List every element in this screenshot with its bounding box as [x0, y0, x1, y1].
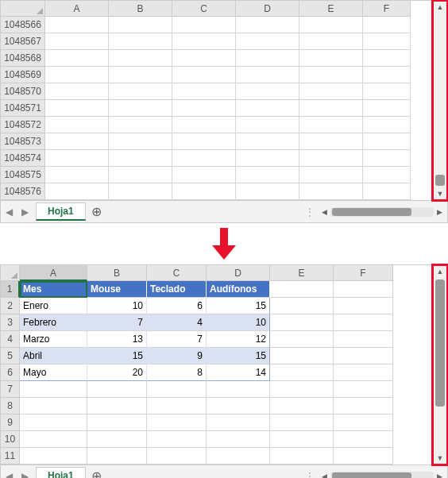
- row-header[interactable]: 5: [1, 348, 20, 364]
- cell[interactable]: 14: [207, 364, 270, 381]
- column-header-B[interactable]: B: [87, 265, 147, 281]
- cell[interactable]: [109, 133, 172, 150]
- row-header[interactable]: 10: [1, 431, 20, 448]
- row-header[interactable]: 1048567: [1, 33, 45, 50]
- cell[interactable]: 4: [147, 314, 207, 331]
- cell[interactable]: [87, 381, 147, 398]
- cell[interactable]: 7: [147, 331, 207, 348]
- hscroll-left-button[interactable]: ◀: [320, 208, 329, 216]
- cell[interactable]: [299, 133, 363, 150]
- horizontal-scrollbar[interactable]: ⋮ ◀ ▶: [108, 471, 447, 479]
- cell[interactable]: [87, 398, 147, 414]
- cell[interactable]: [45, 150, 109, 167]
- column-header-A[interactable]: A: [20, 265, 87, 281]
- cell[interactable]: [363, 133, 411, 150]
- column-header-B[interactable]: B: [109, 1, 172, 17]
- row-header[interactable]: 3: [1, 314, 20, 331]
- cell[interactable]: [45, 100, 109, 117]
- cell[interactable]: 10: [87, 298, 147, 314]
- cell[interactable]: [236, 183, 299, 200]
- scroll-up-button[interactable]: ▲: [433, 265, 447, 278]
- cell[interactable]: [334, 281, 393, 298]
- scroll-track[interactable]: [433, 13, 447, 187]
- hscroll-thumb[interactable]: [332, 208, 411, 216]
- grid-bottom[interactable]: ABCDEF 1MesMouseTecladoAudífonos2Enero10…: [1, 265, 433, 465]
- tab-nav-next[interactable]: ▶: [17, 206, 33, 218]
- cell[interactable]: [270, 298, 334, 314]
- cell[interactable]: [334, 298, 393, 314]
- vertical-scrollbar[interactable]: ▲ ▼: [433, 1, 447, 200]
- cell[interactable]: [207, 398, 270, 414]
- cell[interactable]: [45, 50, 109, 67]
- row-header[interactable]: 1048568: [1, 50, 45, 67]
- cell[interactable]: 8: [147, 364, 207, 381]
- cell[interactable]: [172, 17, 236, 33]
- cell[interactable]: [109, 150, 172, 167]
- hscroll-left-button[interactable]: ◀: [320, 472, 329, 479]
- cell[interactable]: [172, 167, 236, 183]
- table-header-cell[interactable]: Teclado: [147, 281, 207, 298]
- cell[interactable]: [20, 448, 87, 465]
- cell[interactable]: [270, 398, 334, 414]
- cell[interactable]: [299, 167, 363, 183]
- cell[interactable]: Marzo: [20, 331, 87, 348]
- sheet-tab[interactable]: Hoja1: [36, 467, 86, 478]
- cell[interactable]: Mayo: [20, 364, 87, 381]
- cell[interactable]: [299, 100, 363, 117]
- cell[interactable]: [270, 281, 334, 298]
- cell[interactable]: [109, 50, 172, 67]
- row-header[interactable]: 1048566: [1, 17, 45, 33]
- column-header-C[interactable]: C: [172, 1, 236, 17]
- cell[interactable]: [236, 67, 299, 83]
- cell[interactable]: [109, 100, 172, 117]
- cell[interactable]: [334, 431, 393, 448]
- cell[interactable]: [109, 83, 172, 100]
- scroll-down-button[interactable]: ▼: [433, 452, 447, 465]
- cell[interactable]: [299, 33, 363, 50]
- cell[interactable]: [334, 414, 393, 431]
- tab-nav-prev[interactable]: ◀: [1, 471, 17, 479]
- cell[interactable]: [236, 33, 299, 50]
- cell[interactable]: [109, 167, 172, 183]
- column-header-F[interactable]: F: [363, 1, 411, 17]
- cell[interactable]: [236, 17, 299, 33]
- tab-split-handle[interactable]: ⋮: [305, 206, 315, 218]
- cell[interactable]: [334, 448, 393, 465]
- cell[interactable]: [363, 17, 411, 33]
- grid-top[interactable]: ABCDEF 104856610485671048568104856910485…: [1, 1, 433, 200]
- cell[interactable]: [87, 414, 147, 431]
- column-header-F[interactable]: F: [334, 265, 393, 281]
- cell[interactable]: [299, 67, 363, 83]
- cell[interactable]: [299, 150, 363, 167]
- scroll-thumb[interactable]: [435, 279, 445, 407]
- row-header[interactable]: 1048576: [1, 183, 45, 200]
- cell[interactable]: [172, 133, 236, 150]
- cell[interactable]: [236, 100, 299, 117]
- cell[interactable]: [147, 448, 207, 465]
- cell[interactable]: [45, 83, 109, 100]
- cell[interactable]: [363, 100, 411, 117]
- cell[interactable]: [299, 17, 363, 33]
- tab-nav-prev[interactable]: ◀: [1, 206, 17, 218]
- row-header[interactable]: 6: [1, 364, 20, 381]
- cell[interactable]: [334, 364, 393, 381]
- row-header[interactable]: 1048572: [1, 117, 45, 133]
- cell[interactable]: [45, 133, 109, 150]
- cell[interactable]: [236, 83, 299, 100]
- cell[interactable]: [147, 431, 207, 448]
- cell[interactable]: 15: [207, 298, 270, 314]
- cell[interactable]: [45, 33, 109, 50]
- cell[interactable]: [147, 381, 207, 398]
- vertical-scrollbar[interactable]: ▲ ▼: [433, 265, 447, 465]
- cell[interactable]: [236, 133, 299, 150]
- row-header[interactable]: 1048569: [1, 67, 45, 83]
- cell[interactable]: [172, 100, 236, 117]
- row-header[interactable]: 1: [1, 281, 20, 298]
- column-header-A[interactable]: A: [45, 1, 109, 17]
- cell[interactable]: [270, 331, 334, 348]
- cell[interactable]: 12: [207, 331, 270, 348]
- hscroll-right-button[interactable]: ▶: [435, 208, 444, 216]
- cell[interactable]: [207, 381, 270, 398]
- cell[interactable]: 13: [87, 331, 147, 348]
- cell[interactable]: [147, 414, 207, 431]
